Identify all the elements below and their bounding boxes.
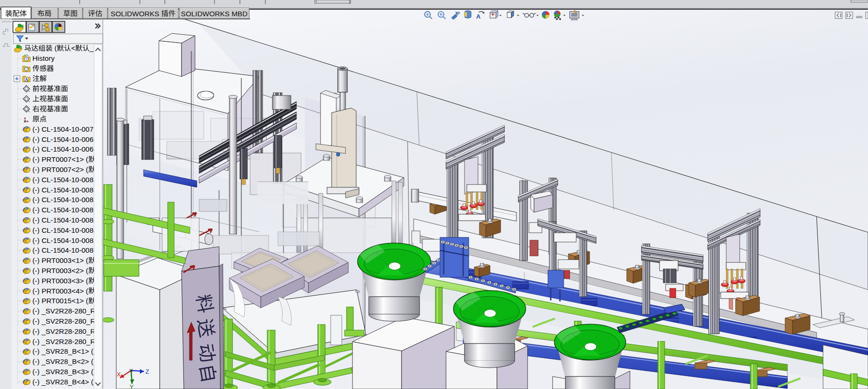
svg-text:Z: Z xyxy=(145,368,149,375)
svg-text:(-) _SVR28_B<3> (: (-) _SVR28_B<3> ( xyxy=(32,368,94,376)
svg-text:A: A xyxy=(476,13,481,20)
svg-text:(-) CL-1504-10-008: (-) CL-1504-10-008 xyxy=(32,186,94,194)
svg-text:SOLIDWORKS MBD: SOLIDWORKS MBD xyxy=(181,10,248,18)
svg-text:(: ( xyxy=(55,44,57,52)
svg-text:(-) CL-1504-10-006: (-) CL-1504-10-006 xyxy=(32,135,94,143)
svg-text:(-) PRT0007<1> (: (-) PRT0007<1> ( xyxy=(32,155,88,163)
svg-text:(-) CL-1504-10-007: (-) CL-1504-10-007 xyxy=(32,125,94,133)
svg-text:(-) _SVR28_B<2> (: (-) _SVR28_B<2> ( xyxy=(32,357,94,365)
svg-text:(-) _SVR28_B<1> (: (-) _SVR28_B<1> ( xyxy=(32,347,94,355)
svg-text:(-) PRT0015<1> (: (-) PRT0015<1> ( xyxy=(32,297,88,305)
svg-text:(-) CL-1504-10-008: (-) CL-1504-10-008 xyxy=(32,236,94,244)
svg-text:<: < xyxy=(71,44,75,52)
svg-text:X: X xyxy=(117,371,121,378)
svg-text:Y: Y xyxy=(130,383,134,389)
svg-text:(-) CL-1504-10-006: (-) CL-1504-10-006 xyxy=(32,145,94,153)
svg-text:(-) PRT0003<2> (: (-) PRT0003<2> ( xyxy=(32,267,88,274)
svg-text:(-) _SVR28_B<4> (: (-) _SVR28_B<4> ( xyxy=(32,378,94,386)
svg-text:(-) PRT0007<2> (: (-) PRT0007<2> ( xyxy=(32,166,88,173)
svg-text:(-) CL-1504-10-008: (-) CL-1504-10-008 xyxy=(32,246,94,254)
svg-text:(-) _SV2R28-280_R: (-) _SV2R28-280_R xyxy=(32,338,95,345)
svg-text:History: History xyxy=(32,54,55,62)
svg-text:SOLIDWORKS: SOLIDWORKS xyxy=(111,10,159,18)
svg-text:_: _ xyxy=(89,44,94,52)
svg-text:(-) _SV2R28-280_R: (-) _SV2R28-280_R xyxy=(32,307,95,315)
svg-text:(-) _SV2R28-280_R: (-) _SV2R28-280_R xyxy=(32,317,95,325)
svg-text:(-) CL-1504-10-008: (-) CL-1504-10-008 xyxy=(32,206,94,214)
svg-text:(-) _SV2R28-280_R: (-) _SV2R28-280_R xyxy=(32,327,95,335)
svg-text:(-) CL-1504-10-008: (-) CL-1504-10-008 xyxy=(32,196,94,204)
svg-text:(-) CL-1504-10-008: (-) CL-1504-10-008 xyxy=(32,226,94,234)
svg-text:(-) PRT0003<1> (: (-) PRT0003<1> ( xyxy=(32,256,88,264)
svg-text:(-) CL-1504-10-008: (-) CL-1504-10-008 xyxy=(32,176,94,184)
svg-text:(-) CL-1504-10-008: (-) CL-1504-10-008 xyxy=(32,216,94,224)
svg-text:A: A xyxy=(25,77,28,82)
svg-text:(-) PRT0003<4> (: (-) PRT0003<4> ( xyxy=(32,287,88,295)
svg-text:(-) PRT0003<3> (: (-) PRT0003<3> ( xyxy=(32,277,88,285)
